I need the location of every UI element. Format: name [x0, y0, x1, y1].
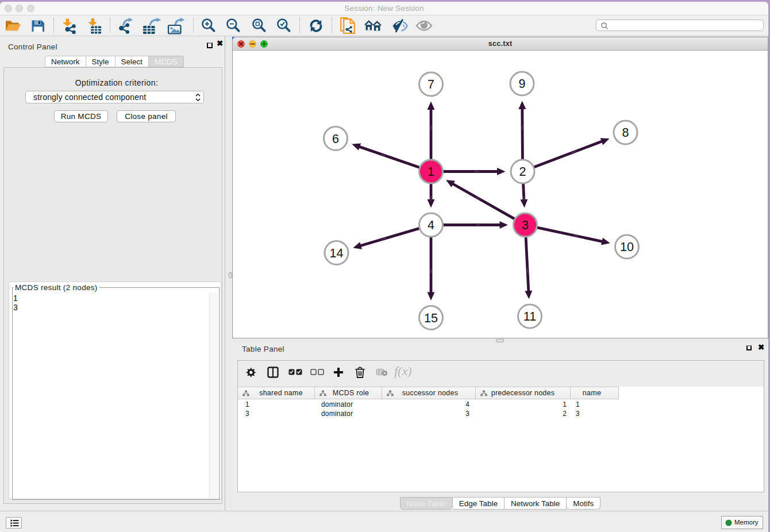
svg-text:3: 3 — [522, 218, 529, 232]
svg-text:11: 11 — [523, 310, 536, 323]
svg-text:14: 14 — [330, 246, 344, 260]
svg-text:15: 15 — [424, 311, 438, 325]
svg-text:6: 6 — [332, 132, 339, 146]
svg-text:4: 4 — [428, 218, 434, 232]
svg-text:10: 10 — [620, 240, 634, 254]
svg-text:8: 8 — [622, 126, 629, 140]
svg-text:2: 2 — [519, 165, 526, 179]
svg-text:9: 9 — [519, 77, 526, 91]
svg-text:7: 7 — [428, 78, 434, 91]
svg-text:1: 1 — [428, 165, 434, 179]
